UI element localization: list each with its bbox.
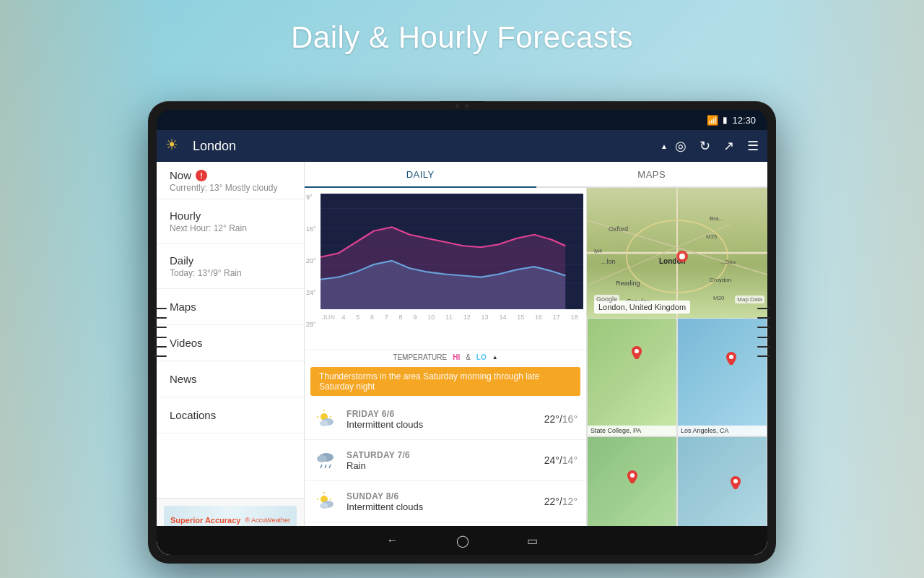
forecast-temps-sunday: 22°/12°	[544, 496, 578, 507]
maps-label: Maps	[170, 301, 291, 313]
sun-icon: ☀	[165, 136, 186, 156]
rain-icon	[315, 449, 338, 472]
small-map-bg-2	[678, 319, 767, 436]
forecast-temps-friday: 22°/16°	[544, 413, 578, 425]
small-map-state-college[interactable]: State College, PA	[587, 318, 677, 436]
app-header: ☀ London ▲ ◎ ↻ ↗ ☰	[157, 130, 767, 162]
svg-line-17	[321, 465, 322, 468]
videos-label: Videos	[170, 337, 291, 349]
back-button[interactable]: ←	[387, 534, 398, 547]
app-content: Now ! Currently: 13° Mostly cloudy Hourl…	[157, 162, 767, 555]
speaker-right	[757, 303, 770, 361]
sidebar-item-hourly[interactable]: Hourly Next Hour: 12° Rain	[157, 199, 304, 244]
forecast-row-saturday[interactable]: SATURDAY 7/6 Rain 24°/14°	[305, 440, 586, 481]
svg-point-14	[320, 420, 328, 426]
home-button[interactable]: ◯	[456, 534, 469, 548]
main-map[interactable]: Oxford Bra... ...lon London ...Sou Readi…	[587, 188, 767, 318]
time-display: 12:30	[732, 115, 756, 126]
camera-dot	[456, 104, 459, 108]
locations-label: Locations	[170, 409, 291, 421]
sunny-cloudy-icon-2	[315, 490, 338, 513]
forecast-info-sunday: SUNDAY 8/6 Intermittent clouds	[346, 491, 544, 512]
alert-badge: !	[196, 170, 207, 181]
forecast-icon-saturday	[313, 447, 339, 473]
forecast-condition-saturday: Rain	[346, 460, 544, 471]
share-button[interactable]: ↗	[723, 138, 734, 154]
chart-area: 28° 24° 20° 16° 9°	[305, 188, 586, 350]
svg-point-48	[733, 479, 738, 483]
sidebar-item-news[interactable]: News	[157, 361, 304, 397]
forecast-row-sunday[interactable]: SUNDAY 8/6 Intermittent clouds 22°/12°	[305, 481, 586, 522]
maps-panel: Oxford Bra... ...lon London ...Sou Readi…	[587, 188, 767, 555]
tablet-device: 📶 ▮ 12:30 ☀ London ▲ ◎ ↻ ↗ ☰	[148, 101, 776, 564]
svg-text:Reading: Reading	[616, 280, 640, 287]
forecast-condition-friday: Intermittent clouds	[346, 419, 544, 430]
speaker-left	[154, 303, 167, 361]
y-axis-labels: 28° 24° 20° 16° 9°	[306, 194, 316, 328]
header-actions: ◎ ↻ ↗ ☰	[675, 138, 759, 154]
sidebar: Now ! Currently: 13° Mostly cloudy Hourl…	[157, 162, 305, 555]
forecast-info-friday: FRIDAY 6/6 Intermittent clouds	[346, 409, 544, 430]
daily-panel: 28° 24° 20° 16° 9°	[305, 188, 587, 555]
refresh-button[interactable]: ↻	[699, 138, 710, 154]
legend-temp-label: TEMPERATURE	[393, 353, 447, 361]
small-map-label-1: State College, PA	[588, 426, 676, 436]
svg-text:...Sou: ...Sou	[720, 259, 736, 265]
recent-apps-button[interactable]: ▭	[527, 534, 538, 548]
forecast-info-saturday: SATURDAY 7/6 Rain	[346, 450, 544, 471]
sidebar-item-videos[interactable]: Videos	[157, 325, 304, 361]
settings-button[interactable]: ☰	[747, 138, 759, 154]
alert-banner: Thunderstorms in the area Saturday morni…	[310, 367, 580, 396]
news-label: News	[170, 373, 291, 385]
camera-dot-2	[465, 104, 468, 108]
small-map-pin-2	[726, 352, 736, 368]
now-header: Now !	[170, 169, 291, 181]
tab-maps[interactable]: MAPS	[536, 162, 768, 188]
forecast-date-friday: FRIDAY 6/6	[346, 409, 544, 419]
small-map-la[interactable]: Los Angeles, CA	[677, 318, 767, 436]
sidebar-item-locations[interactable]: Locations	[157, 397, 304, 434]
forecast-icon-friday	[313, 406, 339, 432]
daily-subtitle: Today: 13°/9° Rain	[170, 268, 291, 278]
dropdown-triangle-icon[interactable]: ▲	[661, 142, 668, 150]
hourly-subtitle: Next Hour: 12° Rain	[170, 223, 291, 233]
svg-point-26	[320, 503, 328, 509]
legend-hi: HI	[453, 353, 460, 361]
sunny-cloudy-icon	[315, 407, 338, 431]
battery-icon: ▮	[723, 115, 728, 125]
tablet-screen: 📶 ▮ 12:30 ☀ London ▲ ◎ ↻ ↗ ☰	[157, 110, 767, 555]
sidebar-item-maps[interactable]: Maps	[157, 289, 304, 325]
hourly-label: Hourly	[170, 210, 291, 222]
svg-text:...lon: ...lon	[601, 258, 616, 265]
bg-right-people	[758, 0, 924, 578]
city-name[interactable]: London	[193, 139, 658, 154]
location-button[interactable]: ◎	[675, 138, 687, 154]
forecast-row-friday[interactable]: FRIDAY 6/6 Intermittent clouds 22°/16°	[305, 399, 586, 440]
content-tabs: DAILY MAPS	[305, 162, 767, 188]
small-maps-grid: State College, PA Los Angeles, CA	[587, 318, 767, 555]
alert-text: Thunderstorms in the area Saturday morni…	[319, 371, 540, 392]
small-map-label-2: Los Angeles, CA	[678, 426, 767, 436]
forecast-icon-sunday	[313, 488, 339, 514]
page-title: Daily & Hourly Forecasts	[0, 20, 924, 55]
svg-text:M20: M20	[713, 295, 725, 301]
sidebar-item-now[interactable]: Now ! Currently: 13° Mostly cloudy	[157, 162, 304, 199]
svg-text:M25: M25	[706, 233, 718, 240]
small-map-pin-4	[731, 476, 741, 492]
temperature-chart	[305, 194, 586, 309]
sidebar-item-daily[interactable]: Daily Today: 13°/9° Rain	[157, 244, 304, 289]
forecast-temps-saturday: 24°/14°	[544, 454, 578, 466]
svg-line-18	[325, 465, 326, 468]
legend-lo: LO	[476, 353, 487, 361]
small-map-bg-1	[588, 319, 676, 436]
daily-label: Daily	[170, 254, 291, 267]
svg-point-16	[317, 455, 327, 462]
svg-text:Oxford: Oxford	[609, 225, 628, 233]
svg-text:Bra...: Bra...	[710, 215, 723, 222]
now-label: Now	[170, 169, 191, 181]
small-map-pin-1	[632, 346, 642, 362]
small-map-pin-3	[627, 470, 637, 486]
svg-text:Croydon: Croydon	[710, 277, 731, 283]
wifi-icon: 📶	[707, 115, 718, 126]
tab-daily[interactable]: DAILY	[305, 162, 536, 188]
